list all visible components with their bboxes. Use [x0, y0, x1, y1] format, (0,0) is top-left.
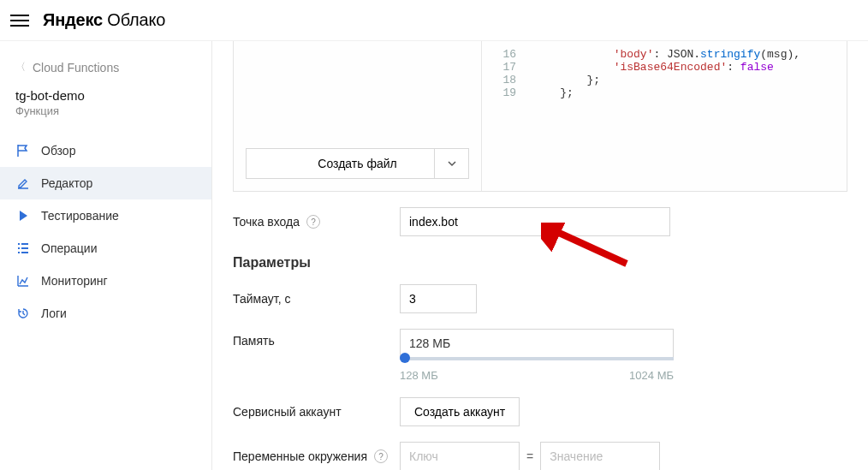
params-heading: Параметры [233, 255, 847, 271]
sidebar-item-monitoring[interactable]: Мониторинг [0, 265, 211, 297]
timeout-row: Таймаут, с ✕ [233, 284, 847, 313]
resource-kind: Функция [0, 104, 211, 129]
sidebar-item-testing[interactable]: Тестирование [0, 199, 211, 232]
service-account-row: Сервисный аккаунт Создать аккаунт [233, 397, 847, 426]
editor-form: Точка входа ? ✕ Параметры Таймаут, с ✕ П… [233, 207, 847, 470]
timeout-label: Таймаут, с [233, 292, 400, 306]
edit-icon [15, 176, 31, 191]
memory-slider[interactable] [400, 357, 674, 360]
list-icon [15, 241, 31, 256]
create-account-button[interactable]: Создать аккаунт [400, 397, 520, 426]
sidebar-item-overview[interactable]: Обзор [0, 134, 211, 167]
sidebar-item-operations[interactable]: Операции [0, 232, 211, 265]
create-file-button[interactable]: Создать файл [246, 148, 469, 179]
history-icon [15, 306, 31, 321]
sidebar-item-logs[interactable]: Логи [0, 297, 211, 330]
main-content: Создать файл 16 'body': JSON.stringify(m… [212, 41, 868, 470]
memory-label: Память [233, 329, 400, 348]
brand-logo[interactable]: Яндекс Облако [43, 10, 165, 30]
sidebar-nav: Обзор Редактор Тестирование Операции Мон… [0, 134, 211, 330]
chevron-left-icon: 〈 [15, 60, 26, 74]
chevron-down-icon[interactable] [434, 149, 468, 178]
play-icon [15, 208, 31, 223]
sidebar: 〈 Cloud Functions tg-bot-demo Функция Об… [0, 41, 212, 470]
memory-scale: 128 МБ 1024 МБ [400, 369, 674, 382]
chart-icon [15, 273, 31, 289]
hamburger-menu-icon[interactable] [10, 11, 29, 30]
code-editor[interactable]: 16 'body': JSON.stringify(msg),17 'isBas… [482, 41, 847, 191]
entry-point-row: Точка входа ? ✕ [233, 207, 847, 236]
slider-handle[interactable] [400, 353, 410, 363]
breadcrumb-back[interactable]: 〈 Cloud Functions [0, 55, 211, 88]
sidebar-item-editor[interactable]: Редактор [0, 167, 211, 199]
memory-row: Память 128 МБ 128 МБ 1024 МБ [233, 329, 847, 382]
entry-point-input[interactable] [400, 207, 670, 236]
breadcrumb-label: Cloud Functions [33, 61, 119, 74]
env-value-input[interactable] [540, 442, 660, 470]
timeout-input[interactable] [400, 284, 477, 313]
env-vars-row: Переменные окружения ? = [233, 442, 847, 470]
equals-sign: = [526, 449, 533, 463]
help-icon[interactable]: ? [306, 215, 320, 229]
env-key-input[interactable] [400, 442, 520, 470]
code-pane: Создать файл 16 'body': JSON.stringify(m… [233, 41, 847, 192]
topbar: Яндекс Облако [0, 0, 868, 41]
memory-value: 128 МБ [400, 329, 674, 358]
env-vars-label: Переменные окружения ? [233, 449, 400, 463]
flag-icon [15, 143, 31, 158]
service-account-label: Сервисный аккаунт [233, 405, 400, 419]
resource-name: tg-bot-demo [0, 88, 211, 103]
help-icon[interactable]: ? [374, 449, 388, 463]
entry-point-label: Точка входа ? [233, 215, 400, 229]
file-tree-panel: Создать файл [234, 41, 482, 191]
